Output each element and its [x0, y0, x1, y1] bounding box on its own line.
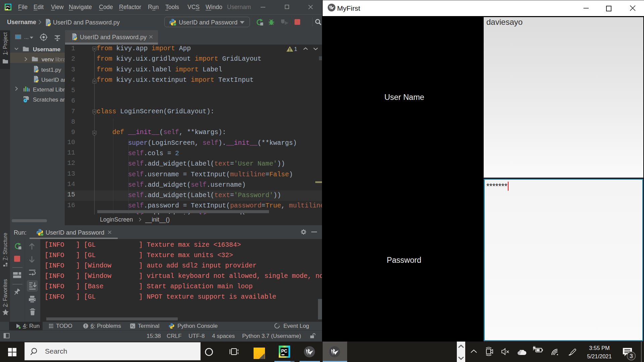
svg-text:3: 3 — [630, 353, 633, 359]
